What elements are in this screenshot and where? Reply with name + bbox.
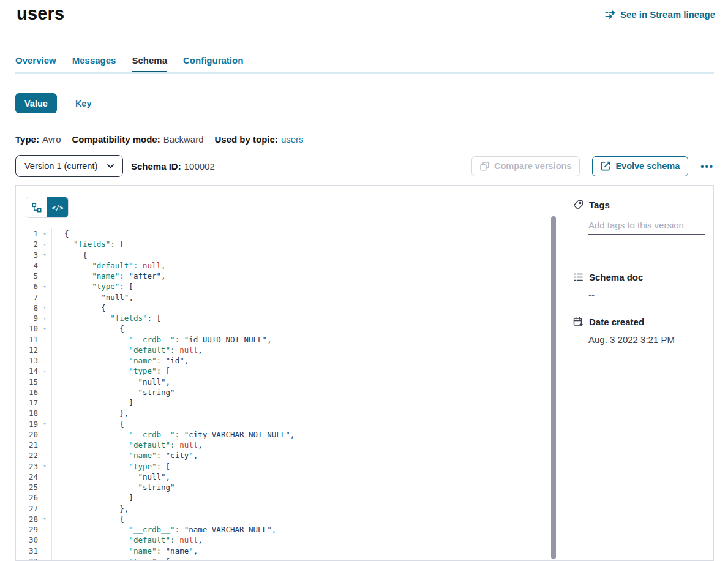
line-number: 4 bbox=[16, 261, 38, 270]
fold-arrow-icon[interactable]: ▾ bbox=[38, 241, 51, 247]
line-number: 6 bbox=[16, 282, 38, 291]
fold-arrow-icon[interactable]: ▾ bbox=[38, 463, 51, 469]
tag-icon bbox=[573, 200, 584, 210]
code-line: 30 "default": null, bbox=[16, 535, 563, 545]
line-number: 23 bbox=[16, 462, 38, 471]
code-view-button[interactable]: </> bbox=[47, 197, 68, 217]
code-line: 7 "null", bbox=[16, 292, 563, 303]
tags-heading-row: Tags bbox=[563, 200, 713, 210]
code-text: "default": null, bbox=[51, 261, 166, 270]
line-number: 11 bbox=[16, 335, 38, 344]
code-text: "type": [ bbox=[51, 282, 133, 291]
line-number: 19 bbox=[16, 420, 38, 429]
code-text: "string" bbox=[51, 483, 175, 492]
fold-arrow-icon[interactable]: ▾ bbox=[38, 252, 51, 258]
version-bar: Version 1 (current) Schema ID: 100002 Co… bbox=[15, 155, 714, 177]
line-number: 16 bbox=[16, 388, 38, 397]
tree-view-button[interactable] bbox=[26, 197, 47, 217]
code-text: "type": [ bbox=[51, 366, 170, 375]
schema-code-pane: </> 1▾{2▾ "fields": [3▾ {4 "default": nu… bbox=[16, 186, 563, 560]
code-text: { bbox=[51, 229, 69, 238]
tab-strip bbox=[15, 72, 714, 74]
code-line: 16 "string" bbox=[16, 387, 563, 397]
fold-arrow-icon[interactable]: ▾ bbox=[38, 516, 51, 522]
topic-link[interactable]: users bbox=[281, 134, 304, 145]
code-text: "default": null, bbox=[51, 440, 203, 450]
schema-meta-row: Type: Avro Compatibility mode: Backward … bbox=[15, 134, 304, 145]
line-number: 20 bbox=[16, 430, 38, 439]
code-text: { bbox=[51, 420, 124, 429]
key-button[interactable]: Key bbox=[75, 99, 92, 108]
code-line: 6▾ "type": [ bbox=[16, 281, 563, 292]
tab-configuration[interactable]: Configuration bbox=[183, 55, 243, 73]
code-text: "string" bbox=[51, 388, 175, 397]
line-number: 14 bbox=[16, 366, 38, 375]
editor-view-toggle: </> bbox=[26, 197, 69, 218]
fold-arrow-icon[interactable]: ▾ bbox=[38, 368, 51, 374]
code-line: 13 "name": "id", bbox=[16, 355, 563, 366]
code-text: "name": "city", bbox=[51, 451, 198, 460]
code-text: "__crdb__": "name VARCHAR NULL", bbox=[51, 525, 276, 534]
code-line: 9▾ "fields": [ bbox=[16, 313, 563, 323]
code-line: 4 "default": null, bbox=[16, 260, 563, 271]
line-number: 31 bbox=[16, 546, 38, 555]
fold-arrow-icon[interactable]: ▾ bbox=[38, 304, 51, 311]
tab-messages[interactable]: Messages bbox=[72, 55, 116, 73]
code-line: 32▾ "type": [ bbox=[16, 556, 563, 560]
version-select[interactable]: Version 1 (current) bbox=[15, 155, 123, 177]
line-number: 8 bbox=[16, 303, 38, 312]
list-icon bbox=[573, 272, 584, 282]
tags-input[interactable] bbox=[588, 220, 705, 235]
code-text: "type": [ bbox=[51, 557, 170, 560]
code-line: 8▾ { bbox=[16, 303, 563, 313]
line-number: 22 bbox=[16, 451, 38, 460]
code-text: { bbox=[51, 324, 124, 333]
code-text: "default": null, bbox=[51, 535, 203, 544]
fold-arrow-icon[interactable]: ▾ bbox=[38, 421, 51, 427]
code-text: "fields": [ bbox=[51, 239, 124, 249]
tab-overview[interactable]: Overview bbox=[15, 55, 56, 73]
compatibility-value: Backward bbox=[163, 134, 204, 145]
calendar-plus-icon bbox=[573, 317, 584, 327]
code-line: 20 "__crdb__": "city VARCHAR NOT NULL", bbox=[16, 429, 563, 440]
version-bar-actions: Compare versions Evolve schema ••• bbox=[471, 156, 714, 176]
code-text: "default": null, bbox=[51, 345, 203, 355]
schema-id-label: Schema ID: bbox=[131, 161, 181, 171]
fold-arrow-icon[interactable]: ▾ bbox=[38, 315, 51, 322]
code-line: 19▾ { bbox=[16, 419, 563, 429]
see-in-stream-lineage-link[interactable]: See in Stream lineage bbox=[605, 9, 715, 20]
fold-arrow-icon[interactable]: ▾ bbox=[38, 231, 51, 237]
schema-page: users See in Stream lineage Overview Mes… bbox=[0, 0, 728, 561]
compare-versions-icon bbox=[480, 162, 489, 171]
line-number: 3 bbox=[16, 250, 38, 260]
compare-versions-button[interactable]: Compare versions bbox=[471, 156, 580, 176]
line-number: 17 bbox=[16, 398, 38, 407]
sidebar-divider bbox=[573, 254, 705, 254]
code-line: 27 }, bbox=[16, 503, 563, 514]
evolve-schema-icon bbox=[601, 161, 610, 171]
date-created-heading: Date created bbox=[589, 317, 644, 327]
vertical-scrollbar[interactable] bbox=[551, 216, 556, 559]
more-options-icon[interactable]: ••• bbox=[700, 162, 714, 171]
code-line: 31 "name": "name", bbox=[16, 546, 563, 556]
type-value: Avro bbox=[42, 134, 61, 145]
fold-arrow-icon[interactable]: ▾ bbox=[38, 284, 51, 290]
schema-sidebar: Tags Schema doc -- bbox=[563, 186, 713, 560]
page-title: users bbox=[17, 4, 64, 24]
fold-arrow-icon[interactable]: ▾ bbox=[38, 326, 51, 332]
evolve-schema-button[interactable]: Evolve schema bbox=[592, 156, 688, 176]
fold-arrow-icon[interactable]: ▾ bbox=[38, 558, 51, 560]
line-number: 5 bbox=[16, 271, 38, 280]
schema-doc-heading: Schema doc bbox=[589, 272, 643, 282]
type-label: Type: bbox=[15, 134, 39, 145]
value-button[interactable]: Value bbox=[15, 93, 57, 113]
code-text: }, bbox=[51, 409, 129, 418]
tab-schema[interactable]: Schema bbox=[132, 55, 167, 73]
date-created-heading-row: Date created bbox=[563, 317, 713, 327]
code-line: 15 "null", bbox=[16, 377, 563, 387]
code-text: "null", bbox=[51, 377, 170, 386]
line-number: 2 bbox=[16, 239, 38, 249]
line-number: 18 bbox=[16, 409, 38, 418]
code-line: 11 "__crdb__": "id UUID NOT NULL", bbox=[16, 334, 563, 345]
code-text: "__crdb__": "id UUID NOT NULL", bbox=[51, 335, 272, 344]
